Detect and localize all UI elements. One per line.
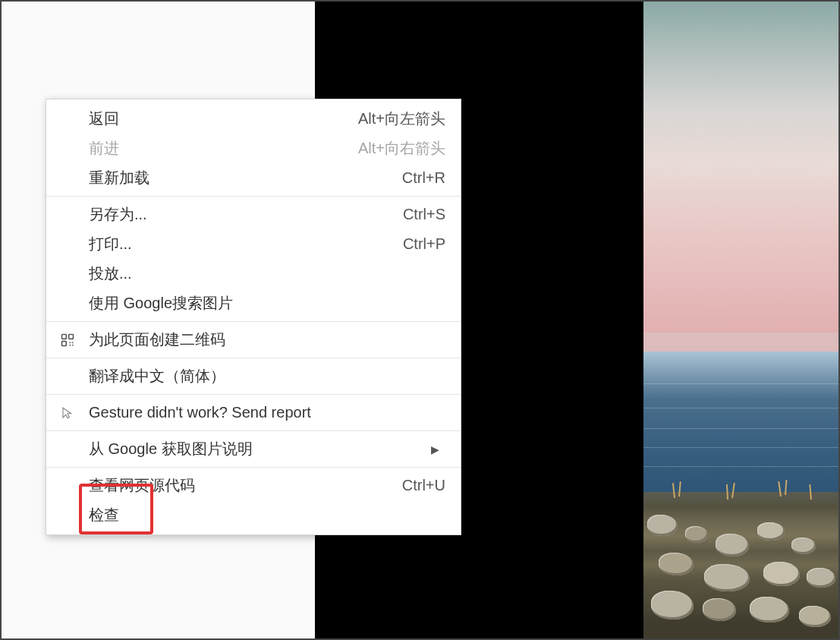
menu-item-label: Gesture didn't work? Send report [89, 404, 445, 421]
menu-item-label: 打印... [89, 234, 403, 254]
menu-separator [46, 430, 461, 431]
menu-separator [46, 467, 461, 468]
menu-item[interactable]: 为此页面创建二维码 [46, 325, 461, 355]
menu-item[interactable]: 另存为...Ctrl+S [46, 200, 461, 229]
menu-item-shortcut: Ctrl+U [402, 477, 445, 494]
menu-item[interactable]: 从 Google 获取图片说明▶ [46, 434, 461, 464]
menu-separator [46, 358, 461, 358]
menu-item-label: 重新加载 [89, 168, 402, 188]
svg-rect-1 [69, 334, 74, 339]
menu-item-shortcut: Ctrl+S [403, 206, 445, 223]
menu-item[interactable]: 重新加载Ctrl+R [46, 163, 461, 193]
menu-item-label: 投放... [89, 263, 445, 284]
menu-item-label: 从 Google 获取图片说明 [89, 439, 445, 459]
menu-item[interactable]: 返回Alt+向左箭头 [46, 104, 461, 134]
svg-rect-4 [72, 342, 74, 343]
bg-photo-panel [643, 2, 838, 638]
menu-item[interactable]: 打印...Ctrl+P [46, 229, 461, 259]
cursor-icon [58, 404, 77, 422]
svg-rect-6 [72, 344, 74, 345]
menu-item: 前进Alt+向右箭头 [46, 134, 461, 163]
menu-item-shortcut: Alt+向左箭头 [358, 109, 445, 129]
menu-item-label: 前进 [89, 138, 358, 159]
menu-item[interactable]: 使用 Google搜索图片 [46, 288, 461, 318]
svg-rect-0 [62, 334, 67, 339]
menu-item-shortcut: Alt+向右箭头 [358, 138, 445, 159]
qr-icon [58, 331, 77, 349]
photo-sky [643, 2, 838, 358]
menu-item-label: 翻译成中文（简体） [89, 366, 445, 386]
submenu-arrow-icon: ▶ [431, 443, 439, 456]
menu-separator [46, 196, 461, 197]
menu-item-label: 返回 [89, 109, 358, 129]
menu-item-label: 使用 Google搜索图片 [89, 293, 445, 314]
menu-item-label: 查看网页源代码 [89, 475, 402, 496]
menu-item[interactable]: Gesture didn't work? Send report [46, 398, 461, 427]
menu-item[interactable]: 检查 [46, 500, 461, 530]
menu-item-label: 检查 [89, 505, 445, 525]
menu-item-shortcut: Ctrl+R [402, 169, 445, 187]
svg-rect-5 [70, 344, 71, 345]
menu-item[interactable]: 查看网页源代码Ctrl+U [46, 471, 461, 500]
menu-item-shortcut: Ctrl+P [403, 235, 445, 253]
menu-item-label: 为此页面创建二维码 [89, 329, 445, 350]
menu-separator [46, 321, 461, 322]
svg-rect-3 [70, 342, 71, 343]
svg-rect-2 [62, 341, 67, 345]
menu-item[interactable]: 翻译成中文（简体） [46, 361, 461, 391]
photo-foreground [643, 492, 838, 638]
menu-separator [46, 394, 461, 395]
context-menu[interactable]: 返回Alt+向左箭头前进Alt+向右箭头重新加载Ctrl+R另存为...Ctrl… [46, 99, 461, 535]
menu-item[interactable]: 投放... [46, 259, 461, 288]
menu-item-label: 另存为... [89, 204, 403, 225]
